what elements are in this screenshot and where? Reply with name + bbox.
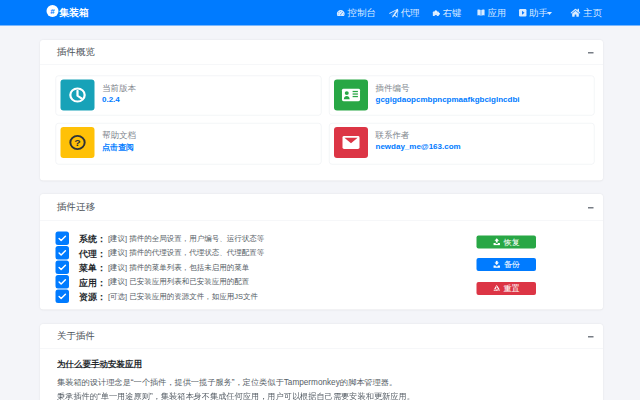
svg-text:?: ? (74, 137, 80, 147)
